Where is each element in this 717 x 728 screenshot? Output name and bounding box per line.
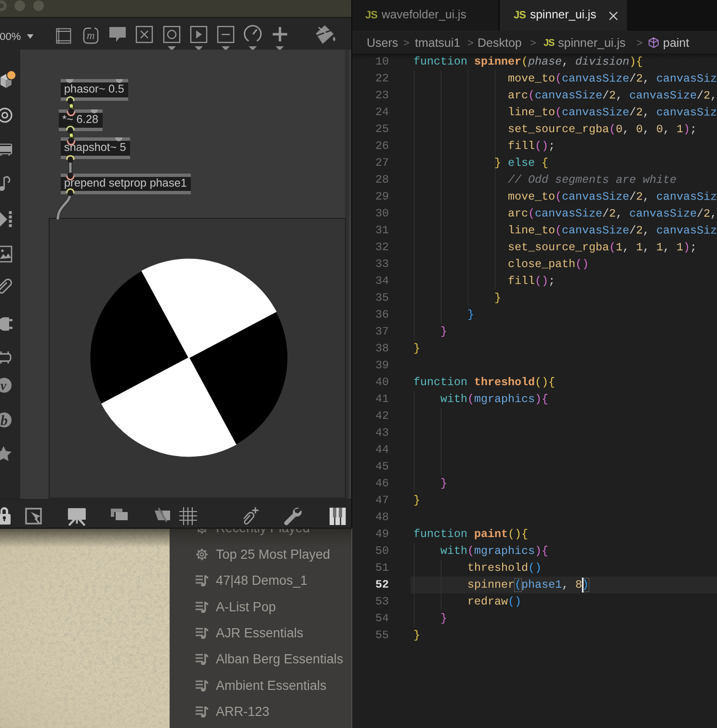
svg-text:v: v: [0, 378, 7, 393]
svg-text:b: b: [0, 412, 8, 428]
svg-text:100%: 100%: [0, 30, 21, 42]
svg-text:m: m: [87, 29, 95, 41]
